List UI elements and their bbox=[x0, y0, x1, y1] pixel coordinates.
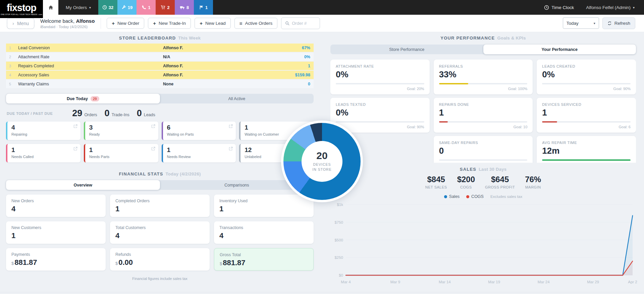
badge-count: 1 bbox=[205, 5, 208, 10]
toolbar-right: Today ▾ Refresh bbox=[563, 17, 635, 29]
plus-icon: + bbox=[112, 22, 115, 25]
kpi-goal: Goal: 100% bbox=[439, 87, 528, 91]
order-search[interactable] bbox=[281, 17, 320, 29]
external-link-icon[interactable] bbox=[151, 147, 155, 151]
my-orders-menu[interactable]: My Orders ▾ bbox=[58, 0, 98, 15]
app-logo[interactable]: fixstop ONE STOP FOR ALL YOUR TECH NEEDS… bbox=[0, 0, 43, 18]
svg-text:$1k: $1k bbox=[337, 203, 343, 207]
devices-donut-chart[interactable]: 20 DEVICES IN STORE bbox=[281, 121, 363, 202]
kpi-label: REFERRALS bbox=[439, 64, 528, 68]
external-link-icon[interactable] bbox=[151, 124, 155, 128]
fin-label: New Orders bbox=[11, 199, 100, 203]
status-card-grid: 4 Repairing 3 Ready 6 Waiting on Parts 1… bbox=[6, 122, 314, 162]
kpi-progress-track bbox=[542, 83, 631, 84]
new-lead-button[interactable]: + New Lead bbox=[195, 18, 231, 29]
due-stat-value: 0 bbox=[137, 108, 142, 119]
store-date-line: iBandaid · Today (4/2/2026) bbox=[40, 25, 95, 29]
leaderboard-row[interactable]: 2 Attachment Rate N/A 0% bbox=[6, 53, 314, 61]
row-metric: Repairs Completed bbox=[18, 64, 163, 68]
sales-stat-label: MARGIN bbox=[525, 185, 541, 189]
status-card-waiting-on-parts[interactable]: 6 Waiting on Parts bbox=[162, 122, 236, 140]
status-card-repairing[interactable]: 4 Repairing bbox=[6, 122, 80, 140]
status-card-needs-parts[interactable]: 1 Needs Parts bbox=[84, 144, 158, 162]
fin-amount: 881.87 bbox=[14, 258, 37, 267]
leaderboard-row[interactable]: 5 Warranty Claims None 0 bbox=[6, 80, 314, 88]
status-value: 3 bbox=[89, 124, 155, 131]
truck-icon bbox=[180, 5, 185, 10]
fin-label: Gross Total bbox=[220, 252, 308, 257]
row-leader: Alfonso F. bbox=[163, 46, 302, 50]
status-card-ready[interactable]: 3 Ready bbox=[84, 122, 158, 140]
sales-stat-value: $645 bbox=[485, 175, 515, 183]
row-rank: 1 bbox=[9, 46, 18, 50]
date-range-select[interactable]: Today ▾ bbox=[563, 17, 599, 29]
logo-tagline-text: ONE STOP FOR ALL YOUR TECH NEEDS bbox=[1, 13, 38, 15]
leaderboard-subtitle: This Week bbox=[178, 35, 201, 41]
kpi-repairs-done: REPAIRS DONE 1 Goal: 10 bbox=[434, 98, 533, 133]
nav-badge-flags[interactable]: 1 bbox=[194, 0, 213, 15]
tab-store-performance-label: Store Performance bbox=[389, 47, 424, 52]
tab-store-performance[interactable]: Store Performance bbox=[330, 45, 483, 54]
fin-label: Transactions bbox=[219, 225, 308, 230]
external-link-icon[interactable] bbox=[73, 147, 77, 151]
tab-due-today[interactable]: Due Today 29 bbox=[6, 94, 160, 103]
menu-label: Menu bbox=[17, 21, 29, 26]
fin-label: Inventory Used bbox=[219, 199, 308, 203]
clock-icon bbox=[544, 5, 549, 10]
fin-card-inventory-used: Inventory Used 1 bbox=[214, 195, 314, 217]
nav-badge-deliveries[interactable]: 8 bbox=[175, 0, 194, 15]
fin-card-total-customers: Total Customers 4 bbox=[110, 221, 210, 244]
nav-badge-orders[interactable]: 2 bbox=[156, 0, 175, 15]
leaderboard-row[interactable]: 1 Lead Conversion Alfonso F. 67% bbox=[6, 44, 314, 52]
row-rank: 4 bbox=[9, 73, 18, 77]
leaderboard-row[interactable]: 4 Accessory Sales Alfonso F. $159.98 bbox=[6, 71, 314, 79]
row-value: 0% bbox=[304, 55, 310, 59]
external-link-icon[interactable] bbox=[229, 124, 233, 128]
active-orders-button[interactable]: ≡ Active Orders bbox=[234, 18, 278, 29]
external-link-icon[interactable] bbox=[73, 124, 77, 128]
order-search-input[interactable] bbox=[292, 21, 316, 26]
home-tab[interactable] bbox=[43, 0, 58, 15]
fin-label: Completed Orders bbox=[115, 199, 204, 203]
list-icon: ≡ bbox=[239, 22, 243, 25]
row-metric: Warranty Claims bbox=[18, 82, 163, 86]
fin-value: 1 bbox=[115, 205, 204, 213]
menu-button[interactable]: › Menu bbox=[7, 18, 35, 29]
legend-item-cogs[interactable]: COGS bbox=[466, 194, 484, 199]
sales-stat-label: NET SALES bbox=[425, 185, 447, 189]
tab-your-performance[interactable]: Your Performance bbox=[483, 45, 636, 54]
kpi-attachment-rate: ATTACHMENT RATE 0% Goal: 20% bbox=[330, 60, 430, 94]
due-stat-unit: Orders bbox=[84, 113, 97, 117]
currency-symbol: $ bbox=[11, 261, 14, 266]
status-card-needs-called[interactable]: 1 Needs Called bbox=[6, 144, 80, 162]
tab-all-active[interactable]: All Active bbox=[160, 94, 314, 103]
external-link-icon[interactable] bbox=[229, 147, 233, 151]
nav-badge-calls[interactable]: 1 bbox=[137, 0, 156, 15]
new-order-button[interactable]: + New Order bbox=[107, 18, 144, 29]
tab-overview[interactable]: Overview bbox=[6, 180, 160, 190]
sales-stat-label: COGS bbox=[457, 185, 475, 189]
bottom-divider bbox=[0, 292, 644, 292]
status-value: 1 bbox=[89, 146, 155, 154]
sales-header: SALESLast 30 Days bbox=[330, 167, 636, 172]
row-value: 1 bbox=[308, 64, 310, 68]
kpi-value: 12m bbox=[542, 146, 631, 155]
time-clock-button[interactable]: Time Clock bbox=[544, 5, 574, 10]
kpi-devices-serviced: DEVICES SERVICED 1 Goal: 6 bbox=[537, 98, 636, 133]
logo-tld: .com bbox=[38, 13, 42, 15]
leaderboard-row[interactable]: 3 Repairs Completed Alfonso F. 1 bbox=[6, 62, 314, 70]
status-card-needs-review[interactable]: 1 Needs Review bbox=[162, 144, 236, 162]
row-rank: 2 bbox=[9, 55, 18, 59]
fin-label: Total Customers bbox=[115, 225, 204, 230]
row-leader: None bbox=[163, 82, 308, 86]
legend-item-sales[interactable]: Sales bbox=[444, 194, 460, 199]
currency-symbol: $ bbox=[220, 261, 222, 266]
nav-badge-time[interactable]: 32 bbox=[98, 0, 117, 15]
new-trade-in-button[interactable]: + New Trade-In bbox=[148, 18, 191, 29]
nav-badge-repairs[interactable]: 19 bbox=[117, 0, 137, 15]
kpi-progress-track bbox=[542, 159, 631, 161]
kpi-label: SAME-DAY REPAIRS bbox=[439, 141, 528, 145]
phone-icon bbox=[142, 5, 146, 10]
refresh-button[interactable]: Refresh bbox=[602, 17, 635, 29]
user-menu[interactable]: Alfonso Felfel (Admin) ▾ bbox=[586, 5, 635, 10]
